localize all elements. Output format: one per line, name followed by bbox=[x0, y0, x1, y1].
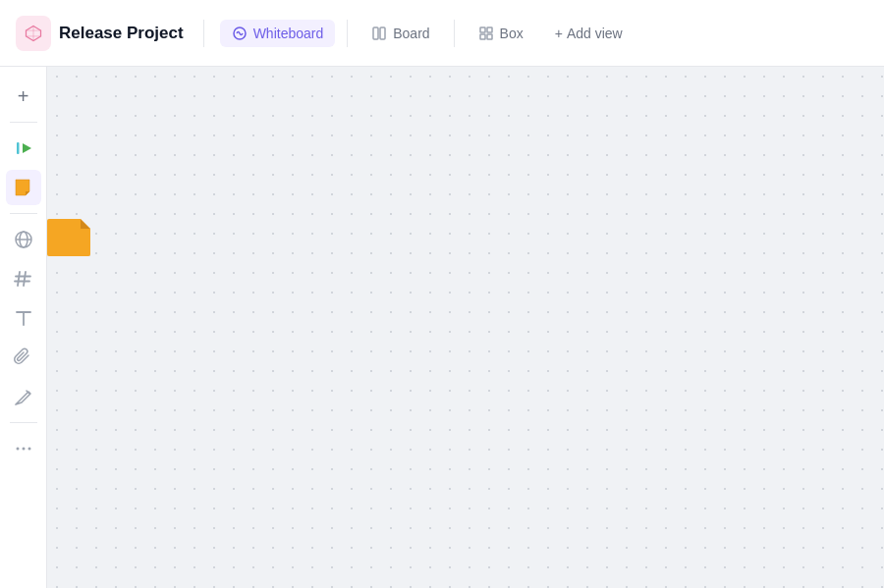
svg-rect-4 bbox=[487, 27, 492, 32]
tab-board-label: Board bbox=[393, 26, 429, 41]
attach-icon bbox=[13, 347, 34, 368]
add-icon: + bbox=[18, 85, 29, 108]
add-view-label: Add view bbox=[567, 26, 623, 41]
svg-rect-7 bbox=[17, 142, 20, 154]
sidebar-sep-3 bbox=[10, 422, 37, 423]
shapes-icon bbox=[12, 136, 35, 160]
svg-marker-8 bbox=[23, 143, 31, 153]
sidebar-item-shapes[interactable] bbox=[6, 131, 41, 166]
add-view-plus-icon: + bbox=[555, 26, 563, 41]
sidebar-item-sticky[interactable] bbox=[6, 170, 41, 205]
board-icon bbox=[371, 26, 387, 41]
text-icon bbox=[13, 307, 34, 329]
tab-divider-1 bbox=[347, 20, 348, 47]
canvas-sticky-note[interactable] bbox=[47, 219, 90, 256]
add-view-button[interactable]: + Add view bbox=[543, 20, 635, 47]
more-icon bbox=[13, 438, 34, 459]
hashtag-icon bbox=[13, 268, 34, 290]
svg-line-12 bbox=[18, 272, 20, 286]
sidebar-sep-2 bbox=[10, 213, 37, 214]
nav-tabs: Whiteboard Board bbox=[220, 20, 635, 47]
svg-rect-2 bbox=[380, 27, 385, 39]
sidebar-item-text[interactable] bbox=[6, 300, 41, 336]
sticky-note-icon bbox=[12, 176, 35, 199]
svg-rect-6 bbox=[487, 34, 492, 39]
svg-rect-5 bbox=[480, 34, 485, 39]
project-icon bbox=[16, 16, 51, 51]
svg-point-20 bbox=[28, 448, 30, 451]
sidebar: + bbox=[0, 67, 47, 588]
tab-divider-2 bbox=[454, 20, 455, 47]
sidebar-item-attach[interactable] bbox=[6, 340, 41, 375]
whiteboard-icon bbox=[232, 26, 248, 41]
pen-icon bbox=[13, 386, 34, 407]
svg-point-19 bbox=[22, 448, 25, 451]
sidebar-item-pen[interactable] bbox=[6, 379, 41, 414]
box-icon bbox=[478, 26, 494, 41]
header-divider bbox=[203, 20, 204, 47]
svg-rect-1 bbox=[373, 27, 378, 39]
sidebar-item-globe[interactable] bbox=[6, 222, 41, 257]
sidebar-item-hashtag[interactable] bbox=[6, 261, 41, 296]
tab-whiteboard[interactable]: Whiteboard bbox=[220, 20, 336, 47]
svg-line-13 bbox=[24, 272, 26, 286]
globe-icon bbox=[13, 229, 34, 250]
tab-box[interactable]: Box bbox=[467, 20, 535, 47]
sidebar-sep-1 bbox=[10, 122, 37, 123]
whiteboard-canvas[interactable] bbox=[47, 67, 884, 588]
svg-rect-3 bbox=[480, 27, 485, 32]
sidebar-item-add[interactable]: + bbox=[6, 79, 41, 114]
tab-board[interactable]: Board bbox=[359, 20, 441, 47]
header: Release Project Whiteboard Board bbox=[0, 0, 884, 67]
tab-whiteboard-label: Whiteboard bbox=[253, 26, 324, 41]
sidebar-item-more[interactable] bbox=[6, 431, 41, 466]
svg-point-18 bbox=[16, 448, 19, 451]
main-content: + bbox=[0, 67, 884, 588]
project-title: Release Project bbox=[59, 24, 184, 43]
tab-box-label: Box bbox=[500, 26, 524, 41]
